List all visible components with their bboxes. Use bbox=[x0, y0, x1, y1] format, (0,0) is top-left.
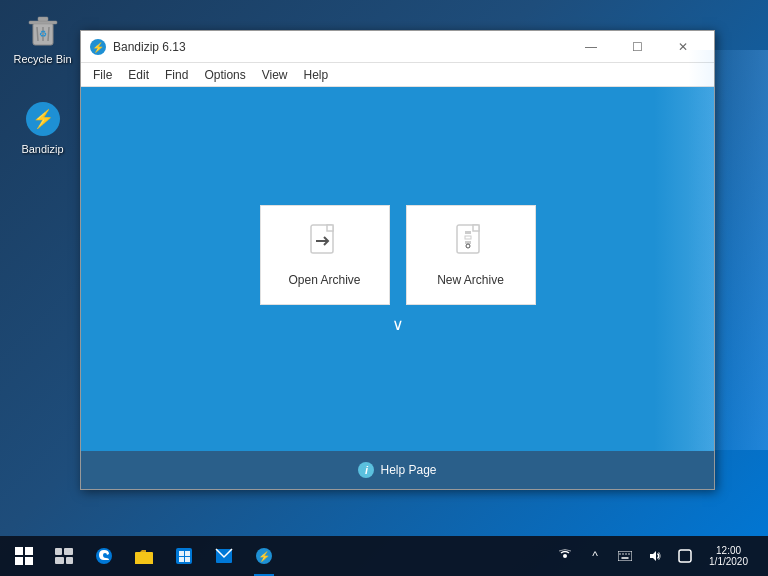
menu-file[interactable]: File bbox=[85, 66, 120, 84]
recycle-bin-label: Recycle Bin bbox=[13, 53, 71, 65]
system-clock[interactable]: 12:00 1/1/2020 bbox=[701, 536, 756, 576]
bandizip-desktop-icon[interactable]: ⚡ Bandizip bbox=[5, 95, 80, 159]
svg-rect-32 bbox=[179, 551, 184, 556]
svg-rect-22 bbox=[15, 557, 23, 565]
keyboard-icon[interactable] bbox=[611, 536, 639, 576]
svg-text:⚡: ⚡ bbox=[92, 41, 105, 54]
new-archive-card[interactable]: New Archive bbox=[406, 205, 536, 305]
menu-bar: File Edit Find Options View Help bbox=[81, 63, 714, 87]
svg-rect-25 bbox=[64, 548, 73, 555]
svg-rect-30 bbox=[135, 554, 153, 564]
svg-rect-15 bbox=[473, 225, 479, 231]
bandizip-image: ⚡ bbox=[23, 99, 63, 139]
svg-rect-27 bbox=[66, 557, 73, 564]
svg-rect-34 bbox=[179, 557, 184, 562]
desktop: ♻ Recycle Bin ⚡ Bandizip ⚡ Bandizip 6.13 bbox=[0, 0, 768, 576]
menu-options[interactable]: Options bbox=[196, 66, 253, 84]
svg-text:⚡: ⚡ bbox=[32, 108, 55, 130]
app-window: ⚡ Bandizip 6.13 — ☐ ✕ File Edit Find Opt… bbox=[80, 30, 715, 490]
svg-rect-33 bbox=[185, 551, 190, 556]
info-icon: i bbox=[358, 462, 374, 478]
svg-marker-46 bbox=[650, 551, 656, 561]
svg-point-19 bbox=[466, 244, 470, 248]
clock-date: 1/1/2020 bbox=[709, 556, 748, 567]
recycle-bin-image: ♻ bbox=[23, 9, 63, 49]
svg-rect-17 bbox=[465, 236, 471, 239]
svg-line-5 bbox=[48, 27, 49, 41]
open-archive-card[interactable]: Open Archive bbox=[260, 205, 390, 305]
svg-rect-12 bbox=[327, 225, 333, 231]
svg-rect-20 bbox=[15, 547, 23, 555]
window-controls: — ☐ ✕ bbox=[568, 32, 706, 62]
taskbar: ⚡ ^ bbox=[0, 536, 768, 576]
app-icon: ⚡ bbox=[89, 38, 107, 56]
svg-rect-24 bbox=[55, 548, 62, 555]
network-icon[interactable] bbox=[551, 536, 579, 576]
main-content: Open Archive bbox=[81, 87, 714, 451]
svg-rect-21 bbox=[25, 547, 33, 555]
svg-rect-40 bbox=[618, 551, 632, 561]
bandizip-taskbar-button[interactable]: ⚡ bbox=[244, 536, 284, 576]
menu-view[interactable]: View bbox=[254, 66, 296, 84]
close-button[interactable]: ✕ bbox=[660, 32, 706, 62]
minimize-button[interactable]: — bbox=[568, 32, 614, 62]
action-buttons: Open Archive bbox=[260, 205, 536, 305]
title-bar: ⚡ Bandizip 6.13 — ☐ ✕ bbox=[81, 31, 714, 63]
clock-time: 12:00 bbox=[716, 545, 741, 556]
svg-rect-35 bbox=[185, 557, 190, 562]
maximize-button[interactable]: ☐ bbox=[614, 32, 660, 62]
bandizip-desktop-label: Bandizip bbox=[21, 143, 63, 155]
svg-text:♻: ♻ bbox=[39, 29, 47, 39]
new-archive-icon bbox=[451, 223, 491, 263]
file-explorer-button[interactable] bbox=[124, 536, 164, 576]
start-button[interactable] bbox=[4, 536, 44, 576]
window-glow bbox=[654, 87, 714, 451]
svg-rect-16 bbox=[465, 231, 471, 234]
svg-line-3 bbox=[37, 27, 38, 41]
window-title: Bandizip 6.13 bbox=[113, 40, 568, 54]
menu-help[interactable]: Help bbox=[296, 66, 337, 84]
footer-content: i Help Page bbox=[358, 462, 436, 478]
menu-find[interactable]: Find bbox=[157, 66, 196, 84]
task-view-button[interactable] bbox=[44, 536, 84, 576]
system-tray: ^ bbox=[551, 536, 764, 576]
svg-rect-47 bbox=[679, 550, 691, 562]
edge-button[interactable] bbox=[84, 536, 124, 576]
footer-bar[interactable]: i Help Page bbox=[81, 451, 714, 489]
chevron-tray[interactable]: ^ bbox=[581, 536, 609, 576]
menu-edit[interactable]: Edit bbox=[120, 66, 157, 84]
volume-icon[interactable] bbox=[641, 536, 669, 576]
mail-button[interactable] bbox=[204, 536, 244, 576]
open-archive-label: Open Archive bbox=[288, 273, 360, 287]
footer-label: Help Page bbox=[380, 463, 436, 477]
notification-icon[interactable] bbox=[671, 536, 699, 576]
svg-rect-26 bbox=[55, 557, 64, 564]
svg-text:⚡: ⚡ bbox=[258, 550, 271, 563]
svg-rect-1 bbox=[29, 21, 57, 24]
recycle-bin-icon[interactable]: ♻ Recycle Bin bbox=[5, 5, 80, 69]
expand-chevron[interactable]: ∨ bbox=[392, 315, 404, 334]
store-button[interactable] bbox=[164, 536, 204, 576]
svg-rect-23 bbox=[25, 557, 33, 565]
svg-rect-2 bbox=[38, 17, 48, 21]
svg-point-39 bbox=[563, 554, 567, 558]
new-archive-label: New Archive bbox=[437, 273, 504, 287]
open-archive-icon bbox=[305, 223, 345, 263]
